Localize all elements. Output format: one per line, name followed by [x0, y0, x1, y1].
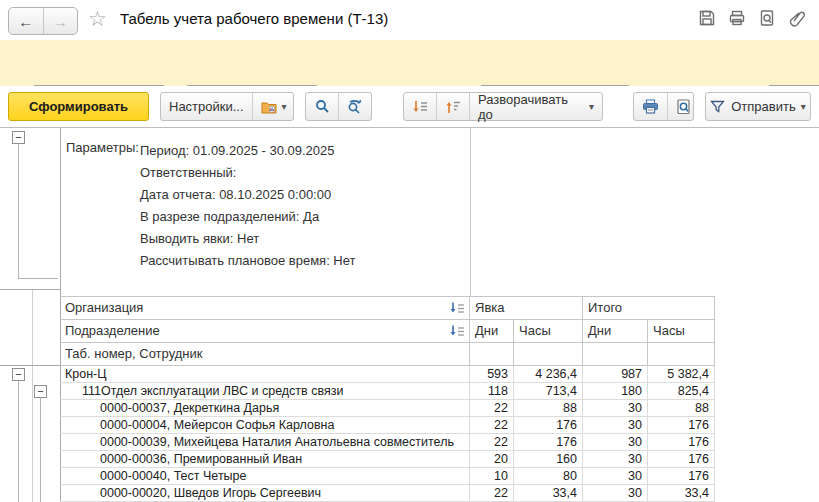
table-row[interactable]: 111Отдел эксплуатации ЛВС и средств связ…	[60, 383, 715, 400]
header-department[interactable]: Подразделение	[60, 320, 470, 343]
link-icon[interactable]	[787, 8, 807, 28]
send-icon	[710, 100, 725, 113]
parameters-values: Период: 01.09.2025 - 30.09.2025Ответстве…	[140, 140, 356, 272]
table-row[interactable]: 0000-00037, Декреткина Дарья22883088	[60, 400, 715, 417]
row-value-cell: 176	[514, 417, 583, 434]
row-value-cell: 30	[583, 468, 648, 485]
row-value-cell: 180	[583, 383, 648, 400]
header-yavka-hours: Часы	[514, 320, 583, 343]
row-value-cell: 593	[470, 366, 514, 383]
print-button[interactable]	[634, 93, 667, 120]
parameters-group-expander[interactable]: −	[12, 131, 25, 144]
dropdown-arrow-icon: ▾	[589, 101, 594, 112]
tree-line	[18, 278, 58, 279]
table-row[interactable]: 0000-00040, Тест Четыре108030176	[60, 468, 715, 485]
print-icon[interactable]	[727, 8, 747, 28]
send-button[interactable]: Отправить ▾	[705, 92, 811, 121]
sort-icon	[449, 324, 465, 338]
collapse-all-button[interactable]	[436, 93, 469, 120]
row-value-cell: 33,4	[514, 485, 583, 502]
search-button[interactable]	[306, 93, 338, 120]
table-row[interactable]: 0000-00039, Михейцева Наталия Анатольевн…	[60, 434, 715, 451]
row-value-cell: 30	[583, 434, 648, 451]
generate-button[interactable]: Сформировать	[8, 92, 149, 121]
row-name-cell: 0000-00039, Михейцева Наталия Анатольевн…	[60, 434, 470, 451]
row-name-cell: 111Отдел эксплуатации ЛВС и средств связ…	[60, 383, 470, 400]
row-name-cell: 0000-00037, Декреткина Дарья	[60, 400, 470, 417]
generate-label: Сформировать	[29, 99, 128, 114]
report-variants-button[interactable]: ▾	[252, 93, 295, 120]
favorite-star-icon[interactable]: ☆	[88, 6, 107, 32]
tree-line	[18, 381, 19, 502]
row-value-cell: 80	[514, 468, 583, 485]
nav-history-group: ← →	[8, 7, 78, 35]
title-bar: ← → ☆ Табель учета рабочего времени (Т-1…	[0, 0, 819, 40]
forward-button[interactable]: →	[44, 8, 78, 34]
row-value-cell: 22	[470, 434, 514, 451]
row-value-cell: 30	[583, 417, 648, 434]
row-value-cell: 176	[648, 468, 715, 485]
parameter-line: Период: 01.09.2025 - 30.09.2025	[140, 140, 356, 162]
table-row[interactable]: 0000-00036, Премированный Иван2016030176	[60, 451, 715, 468]
department-group-expander[interactable]: −	[34, 385, 47, 398]
expand-all-button[interactable]	[404, 93, 436, 120]
header-organization[interactable]: Организация	[60, 297, 470, 320]
header-empty-cell	[648, 343, 715, 366]
params-column-divider	[470, 128, 471, 296]
table-header-row-2: Подразделение Дни Часы Дни Часы	[60, 320, 715, 343]
back-button[interactable]: ←	[9, 8, 44, 34]
header-empty-cell	[583, 343, 648, 366]
row-value-cell: 176	[514, 434, 583, 451]
preview-icon[interactable]	[757, 8, 777, 28]
collapse-rows-icon	[445, 100, 461, 114]
table-row[interactable]: 0000-00004, Мейерсон Софья Карловна22176…	[60, 417, 715, 434]
header-itogo-days: Дни	[583, 320, 648, 343]
row-value-cell: 987	[583, 366, 648, 383]
row-value-cell: 4 236,4	[514, 366, 583, 383]
table-header-row-1: Организация Явка Итого	[60, 296, 715, 320]
save-icon[interactable]	[697, 8, 717, 28]
table-row[interactable]: Крон-Ц5934 236,49875 382,4	[60, 366, 715, 383]
parameter-line: Выводить явки: Нет	[140, 228, 356, 250]
collapse-icon: −	[15, 369, 21, 380]
print-preview-button[interactable]	[667, 93, 699, 120]
row-value-cell: 5 382,4	[648, 366, 715, 383]
header-yavka-days: Дни	[470, 320, 514, 343]
settings-button[interactable]: Настройки...	[161, 93, 252, 120]
header-group-itogo: Итого	[583, 297, 715, 320]
forward-arrow-icon: →	[53, 13, 68, 30]
row-value-cell: 33,4	[648, 485, 715, 502]
header-label: Таб. номер, Сотрудник	[65, 346, 202, 361]
expand-to-button[interactable]: Разворачивать до ▾	[469, 93, 602, 120]
header-label: Часы	[519, 323, 551, 338]
gutter-row-line	[0, 365, 60, 366]
report-toolbar: Сформировать Настройки... ▾	[0, 86, 819, 127]
header-group-yavka: Явка	[470, 297, 583, 320]
row-value-cell: 176	[648, 451, 715, 468]
header-label: Дни	[475, 323, 498, 338]
row-value-cell: 22	[470, 417, 514, 434]
tree-line	[40, 398, 41, 502]
row-value-cell: 30	[583, 400, 648, 417]
row-value-cell: 825,4	[648, 383, 715, 400]
search-next-button[interactable]	[338, 93, 371, 120]
row-value-cell: 22	[470, 400, 514, 417]
row-name-cell: 0000-00036, Премированный Иван	[60, 451, 470, 468]
parameter-line: Ответственный:	[140, 162, 356, 184]
row-value-cell: 30	[583, 485, 648, 502]
settings-label: Настройки...	[169, 99, 244, 114]
row-value-cell: 176	[648, 417, 715, 434]
row-value-cell: 22	[470, 485, 514, 502]
row-value-cell: 88	[514, 400, 583, 417]
report-spreadsheet: − − − Параметры: Период: 01.09.2025 - 30…	[0, 127, 819, 502]
expand-group: Разворачивать до ▾	[403, 92, 603, 121]
table-row[interactable]: 0000-00020, Шведов Игорь Сергеевич2233,4…	[60, 485, 715, 502]
sort-icon	[449, 301, 465, 315]
organization-group-expander[interactable]: −	[12, 368, 25, 381]
header-empty-cell	[470, 343, 514, 366]
row-name-cell: Крон-Ц	[60, 366, 470, 383]
row-value-cell: 88	[648, 400, 715, 417]
1c-report-window: ← → ☆ Табель учета рабочего времени (Т-1…	[0, 0, 819, 502]
print-group	[633, 92, 694, 121]
header-label: Организация	[65, 300, 143, 315]
